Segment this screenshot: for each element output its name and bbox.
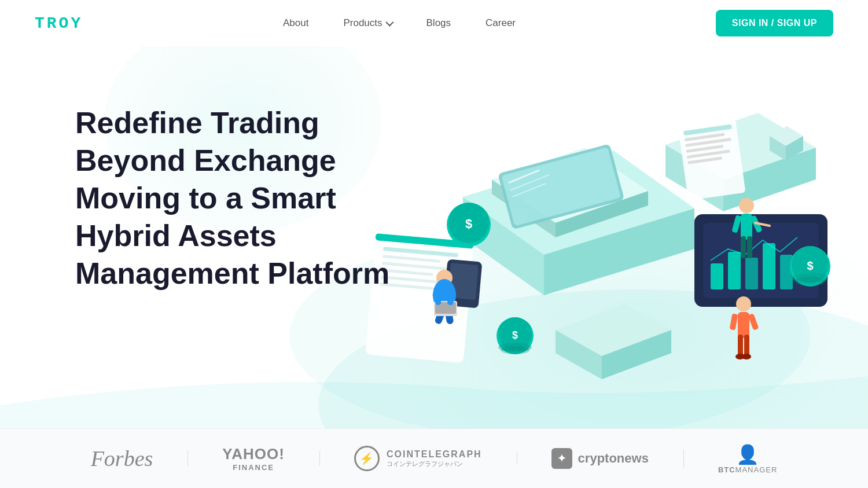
sign-in-up-button[interactable]: SIGN IN / SIGN UP (716, 10, 833, 36)
logo-yahoo: YAHOO! FINANCE (187, 445, 319, 472)
cryptonews-icon: ✦ (551, 448, 572, 469)
svg-rect-74 (744, 335, 749, 357)
hero-headline: Redefine Trading Beyond Exchange Moving … (75, 104, 434, 292)
nav-blogs[interactable]: Blogs (426, 17, 451, 29)
hero-text-block: Redefine Trading Beyond Exchange Moving … (75, 104, 434, 292)
svg-point-55 (794, 277, 826, 286)
svg-rect-66 (741, 236, 746, 258)
svg-rect-72 (738, 312, 749, 338)
btcmanager-icon: 👤 (718, 443, 777, 465)
cointelegraph-icon: ⚡ (354, 446, 380, 471)
nav-career[interactable]: Career (486, 17, 516, 29)
svg-text:$: $ (512, 329, 518, 341)
header: TROY About Products Blogs Career SIGN IN… (0, 0, 868, 46)
site-logo[interactable]: TROY (35, 14, 83, 32)
svg-point-64 (739, 198, 754, 213)
logos-section: Forbes YAHOO! FINANCE ⚡ COINTELEGRAPH コイ… (0, 428, 868, 488)
svg-rect-73 (738, 335, 743, 357)
forbes-text: Forbes (91, 446, 153, 471)
yahoo-text: YAHOO! FINANCE (222, 445, 285, 472)
svg-point-50 (501, 346, 529, 354)
logo-forbes: Forbes (56, 446, 188, 471)
svg-rect-67 (747, 236, 752, 258)
svg-point-78 (742, 354, 751, 359)
svg-text:$: $ (465, 217, 472, 231)
svg-rect-30 (745, 258, 758, 289)
logo-btcmanager: 👤 BTCMANAGER (683, 443, 812, 474)
logo-cointelegraph: ⚡ COINTELEGRAPH コインテレグラフジャパン (319, 446, 517, 471)
svg-text:$: $ (807, 259, 813, 272)
logo-cryptonews: ✦ cryptonews (517, 448, 683, 469)
chevron-down-icon (385, 19, 393, 27)
svg-point-71 (736, 296, 751, 311)
svg-rect-31 (763, 243, 775, 289)
svg-rect-29 (728, 252, 741, 289)
hero-section: Redefine Trading Beyond Exchange Moving … (0, 46, 868, 428)
svg-rect-28 (711, 263, 723, 289)
nav-about[interactable]: About (283, 17, 308, 29)
main-nav: About Products Blogs Career (283, 17, 516, 29)
nav-products[interactable]: Products (343, 17, 391, 29)
svg-rect-65 (741, 214, 752, 240)
